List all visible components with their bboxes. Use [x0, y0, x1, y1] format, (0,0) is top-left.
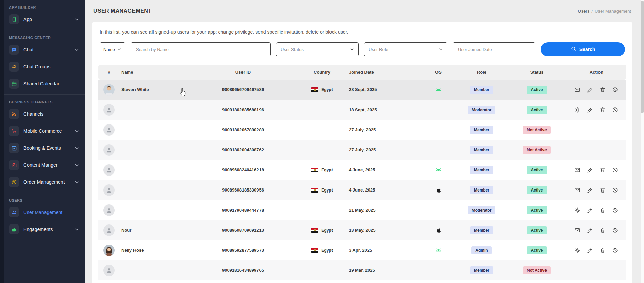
delete-action-button[interactable] [600, 187, 606, 194]
edit-action-button[interactable] [587, 106, 594, 113]
edit-icon [587, 187, 594, 193]
mail-action-button[interactable] [574, 227, 581, 234]
actions-cell [567, 167, 626, 173]
edit-action-button[interactable] [587, 167, 594, 173]
edit-action-button[interactable] [587, 247, 594, 254]
scrollbar-thumb[interactable] [641, 1, 644, 113]
table-row[interactable]: 9009180288568819618 Sept, 2025ModeratorA… [98, 100, 626, 120]
status-badge: Not Active [523, 146, 551, 154]
block-action-button[interactable] [612, 207, 619, 214]
user-avatar-placeholder [103, 204, 115, 216]
sidebar-item-chat[interactable]: Chat [7, 41, 82, 58]
role-badge: Moderator [468, 106, 496, 114]
col-header-status: Status [507, 70, 567, 75]
table-row[interactable]: 90089608240416218Egypt4 June, 2025Member… [98, 160, 626, 180]
sidebar-item-order-management[interactable]: Order Management [7, 173, 82, 190]
delete-icon [600, 107, 606, 113]
table-row[interactable]: Steven White90089656709467586Egypt28 Sep… [98, 80, 626, 100]
role-badge: Member [470, 186, 493, 194]
block-action-button[interactable] [612, 247, 619, 254]
table-row[interactable]: 9009180200430876227 July, 2025MemberNot … [98, 140, 626, 160]
sidebar-item-engagements[interactable]: Engagements [7, 221, 82, 238]
actions-cell [567, 86, 626, 93]
page-scrollbar[interactable] [641, 0, 644, 283]
user-avatar-photo [103, 245, 115, 256]
user-joined-date-input[interactable] [453, 42, 535, 56]
table-row[interactable]: 90089608185330956Egypt4 June, 2025Member… [98, 180, 626, 200]
status-badge: Active [527, 226, 547, 234]
delete-action-button[interactable] [600, 247, 606, 254]
mail-action-button[interactable] [574, 86, 581, 93]
breadcrumb-users-link[interactable]: Users [578, 9, 589, 14]
settings-action-button[interactable] [574, 106, 581, 113]
mail-action-button[interactable] [574, 187, 581, 194]
settings-icon [574, 247, 581, 253]
user-id: 90091816434899765 [190, 268, 297, 273]
android-icon [435, 167, 442, 173]
user-os [421, 247, 456, 254]
role-badge: Moderator [468, 206, 496, 214]
role-badge: Member [470, 266, 493, 274]
edit-action-button[interactable] [587, 227, 594, 234]
sidebar-item-mobile-commerce[interactable]: Mobile Commerce [7, 122, 82, 139]
edit-action-button[interactable] [587, 187, 594, 194]
status-cell: Active [507, 206, 567, 214]
nav-label: Engagements [23, 227, 70, 232]
block-action-button[interactable] [612, 227, 619, 234]
order-dollar-icon [9, 177, 19, 187]
settings-action-button[interactable] [574, 247, 581, 254]
role-cell: Member [456, 266, 507, 274]
edit-action-button[interactable] [587, 207, 594, 214]
delete-icon [600, 207, 606, 213]
block-icon [612, 187, 619, 193]
delete-action-button[interactable] [600, 86, 606, 93]
table-row[interactable]: 9009180206789028927 July, 2025MemberNot … [98, 120, 626, 140]
user-role-select[interactable]: User Role [364, 42, 447, 56]
nav-label: App [23, 17, 70, 22]
user-os [421, 187, 456, 194]
section-label-users: USERS [7, 195, 82, 204]
delete-action-button[interactable] [600, 167, 606, 173]
user-id: 90089656709467586 [190, 87, 297, 92]
sidebar-item-booking-events[interactable]: Booking & Events [7, 139, 82, 156]
delete-action-button[interactable] [600, 106, 606, 113]
sidebar-item-shared-calendar[interactable]: Shared Calendar [7, 75, 82, 92]
chevron-down-icon [117, 47, 122, 52]
topbar: USER MANAGEMENT Users / User Management [92, 0, 632, 22]
settings-action-button[interactable] [574, 207, 581, 214]
user-status-select[interactable]: User Status [276, 42, 359, 56]
search-by-name-input[interactable] [131, 42, 271, 56]
chevron-down-icon [74, 47, 79, 52]
block-action-button[interactable] [612, 86, 619, 93]
delete-action-button[interactable] [600, 207, 606, 214]
mail-action-button[interactable] [574, 167, 581, 173]
role-badge: Member [470, 226, 493, 234]
block-action-button[interactable] [612, 106, 619, 113]
table-row[interactable]: Nour90089608709091213Egypt13 May, 2025Me… [98, 220, 626, 240]
role-badge: Member [470, 146, 493, 154]
table-row[interactable]: Nelly Rose90089592877589573Egypt3 Apr, 2… [98, 240, 626, 260]
avatar-cell [98, 124, 120, 136]
sidebar-item-content-manager[interactable]: Content Manger [7, 156, 82, 173]
user-avatar-placeholder [103, 144, 115, 156]
sidebar-item-app[interactable]: App [7, 11, 82, 28]
status-cell: Not Active [507, 266, 567, 274]
table-row[interactable]: 9009179048944477821 May, 2025ModeratorAc… [98, 200, 626, 220]
actions-cell [567, 247, 626, 254]
sidebar-item-chat-groups[interactable]: Chat Groups [7, 58, 82, 75]
edit-icon [587, 247, 594, 253]
egypt-flag-icon [311, 168, 318, 172]
block-action-button[interactable] [612, 167, 619, 173]
delete-action-button[interactable] [600, 227, 606, 234]
table-row[interactable]: 9009181643489976519 Mar, 2025MemberNot A… [98, 260, 626, 280]
name-field-select[interactable]: Name [100, 42, 125, 56]
user-id: 90091802067890289 [190, 127, 297, 132]
section-label-messaging-center: MESSAGING CENTER [7, 32, 82, 41]
edit-action-button[interactable] [587, 86, 594, 93]
sidebar-item-user-management[interactable]: User Management [7, 204, 82, 221]
sidebar-item-channels[interactable]: Channels [7, 105, 82, 122]
avatar-cell [98, 184, 120, 196]
block-action-button[interactable] [612, 187, 619, 194]
search-button[interactable]: Search [541, 42, 625, 56]
user-country: Egypt [297, 168, 347, 172]
